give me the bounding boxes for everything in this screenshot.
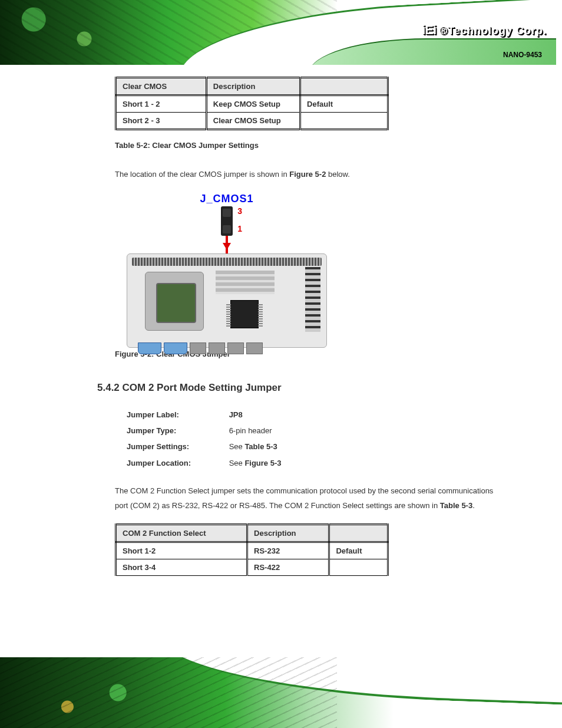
table-reference: Table 5-3 (244, 442, 277, 451)
table-cell: Keep CMOS Setup (206, 95, 300, 113)
spec-value: See (229, 459, 245, 467)
com2-function-table: COM 2 Function Select Description Short … (115, 523, 389, 576)
table-header: Description (247, 525, 329, 542)
spec-label: Jumper Type: (127, 423, 227, 439)
table-reference: Table 5-3 (440, 501, 472, 510)
spec-row: Jumper Type: 6-pin header (127, 423, 503, 439)
table-cell: RS-422 (247, 559, 329, 576)
edge-connector-icon (305, 267, 320, 332)
board-diagram: J_CMOS1 3 1 (127, 193, 327, 340)
header-banner: iEi®Technology Corp. NANO-9453 (0, 0, 562, 65)
decorative-traces (0, 657, 337, 728)
table-header: Clear CMOS (116, 78, 207, 95)
arrow-icon (226, 236, 228, 253)
jumper-label: J_CMOS1 (127, 193, 327, 205)
text: . (472, 501, 475, 510)
text: below. (326, 170, 349, 179)
table-header: Description (206, 78, 300, 95)
motherboard-illustration (127, 253, 327, 348)
table-cell: Clear CMOS Setup (206, 113, 300, 130)
paragraph-cmos-location: The location of the clear CMOS jumper is… (115, 167, 503, 182)
table-cell: RS-232 (247, 542, 329, 559)
spec-list: Jumper Label: JP8 Jumper Type: 6-pin hea… (127, 407, 503, 471)
table-caption: Table 5-2: Clear CMOS Jumper Settings (115, 141, 503, 150)
table-cell: Default (329, 542, 388, 559)
logo-text: iEi (422, 22, 436, 37)
paragraph-com2: The COM 2 Function Select jumper sets th… (115, 484, 503, 513)
table-cell: Short 1 - 2 (116, 95, 207, 113)
table-cell (329, 559, 388, 576)
spec-row: Jumper Label: JP8 (127, 407, 503, 423)
spec-value: See (229, 442, 245, 451)
cpu-chip-icon (145, 272, 204, 331)
table-header: COM 2 Function Select (116, 525, 247, 542)
table-header (329, 525, 388, 542)
spec-label: Jumper Label: (127, 407, 227, 423)
spec-row: Jumper Settings: See Table 5-3 (127, 439, 503, 454)
pin-number: 3 (237, 206, 242, 216)
table-cell: Default (300, 95, 388, 113)
brand-tagline: ®Technology Corp. (439, 25, 547, 37)
table-header (300, 78, 388, 95)
spec-value: JP8 (229, 410, 243, 419)
pin-number: 1 (237, 224, 242, 233)
section-heading: 5.4.2 COM 2 Port Mode Setting Jumper (97, 382, 503, 394)
spec-label: Jumper Settings: (127, 439, 227, 454)
text: The COM 2 Function Select jumper sets th… (115, 486, 493, 510)
table-cell (300, 113, 388, 130)
footer-banner: Page 81 (0, 657, 562, 728)
table-cell: Short 1-2 (116, 542, 247, 559)
clear-cmos-jumper-table: Clear CMOS Description Short 1 - 2 Keep … (115, 77, 389, 130)
text: The location of the clear CMOS jumper is… (115, 170, 289, 179)
spec-value: 6-pin header (229, 426, 272, 435)
pin-header-icon: 3 1 (221, 206, 233, 236)
spec-row: Jumper Location: See Figure 5-3 (127, 455, 503, 471)
figure-reference: Figure 5-2 (289, 170, 326, 179)
brand-mark: iEi®Technology Corp. (422, 22, 547, 38)
document-title: NANO-9453 (503, 51, 542, 59)
spec-label: Jumper Location: (127, 455, 227, 471)
memory-slots-icon (216, 271, 275, 294)
page-number: Page 81 (513, 691, 544, 701)
table-cell: Short 3-4 (116, 559, 247, 576)
figure-reference: Figure 5-3 (244, 459, 281, 467)
io-ports-icon (138, 342, 263, 354)
southbridge-chip-icon (230, 300, 259, 328)
page-content: Clear CMOS Description Short 1 - 2 Keep … (0, 65, 562, 576)
table-cell: Short 2 - 3 (116, 113, 207, 130)
